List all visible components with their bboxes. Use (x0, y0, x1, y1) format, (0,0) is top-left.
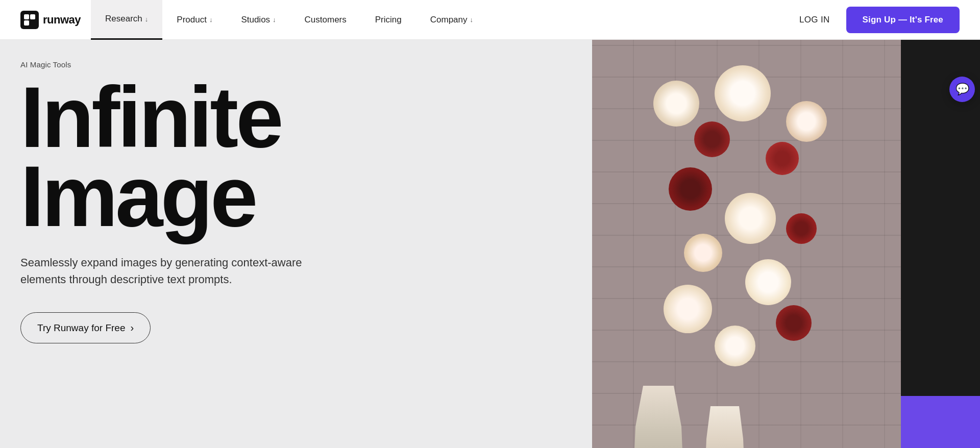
svg-rect-3 (24, 20, 29, 26)
signup-button[interactable]: Sign Up — It's Free (846, 7, 960, 33)
nav-left: runway Research ↓ Product ↓ Studios ↓ (20, 0, 487, 40)
nav-link-customers[interactable]: Customers (290, 0, 361, 40)
hero-image (592, 40, 980, 448)
nav-link-studios[interactable]: Studios ↓ (227, 0, 290, 40)
flower-8 (684, 234, 722, 272)
nav-item-product[interactable]: Product ↓ (162, 0, 227, 40)
flower-6 (669, 167, 712, 211)
flower-9 (745, 259, 791, 305)
nav-link-product[interactable]: Product ↓ (162, 0, 227, 40)
studios-arrow-icon: ↓ (273, 16, 276, 23)
nav-item-studios[interactable]: Studios ↓ (227, 0, 290, 40)
svg-rect-2 (30, 14, 35, 19)
navbar: runway Research ↓ Product ↓ Studios ↓ (0, 0, 980, 40)
hero-title-text: Infinite Image (20, 69, 281, 244)
cta-label: Try Runway for Free (37, 322, 125, 334)
svg-rect-0 (20, 11, 39, 29)
company-arrow-icon: ↓ (470, 16, 474, 23)
nav-item-customers[interactable]: Customers (290, 0, 361, 40)
flower-2 (715, 65, 771, 121)
vase-right (704, 406, 745, 448)
flower-13 (776, 305, 812, 341)
chat-icon: 💬 (955, 83, 969, 96)
nav-link-company[interactable]: Company ↓ (416, 0, 487, 40)
product-arrow-icon: ↓ (209, 16, 213, 23)
hero-image-bg (592, 40, 980, 448)
nav-item-company[interactable]: Company ↓ (416, 0, 487, 40)
nav-link-research[interactable]: Research ↓ (91, 0, 162, 38)
logo-text: runway (43, 13, 81, 27)
flower-12 (715, 326, 755, 366)
nav-links: Research ↓ Product ↓ Studios ↓ Customers (91, 0, 487, 40)
nav-item-research[interactable]: Research ↓ (91, 0, 162, 40)
cta-arrow-icon: › (130, 322, 134, 334)
flower-3 (786, 101, 827, 142)
flower-1 (653, 81, 699, 127)
flower-10 (786, 213, 817, 244)
flower-11 (664, 285, 712, 333)
chat-widget[interactable]: 💬 (949, 77, 975, 102)
nav-right: LOG IN Sign Up — It's Free (799, 7, 960, 33)
hero-title: Infinite Image (20, 78, 531, 236)
nav-link-pricing[interactable]: Pricing (361, 0, 416, 40)
logo[interactable]: runway (20, 11, 81, 29)
flower-4 (694, 121, 730, 157)
flower-7 (725, 193, 776, 244)
cta-button[interactable]: Try Runway for Free › (20, 312, 151, 343)
dark-expanded-panel (901, 40, 980, 448)
main-content: AI Magic Tools Infinite Image Seamlessly… (0, 0, 980, 448)
nav-item-pricing[interactable]: Pricing (361, 0, 416, 40)
hero-subtitle: Seamlessly expand images by generating c… (20, 254, 316, 288)
svg-rect-1 (24, 14, 29, 19)
hero-section: AI Magic Tools Infinite Image Seamlessly… (0, 40, 980, 448)
logo-icon (20, 11, 39, 29)
login-link[interactable]: LOG IN (799, 15, 830, 25)
research-arrow-icon: ↓ (145, 15, 149, 23)
purple-accent (901, 396, 980, 448)
flower-5 (766, 142, 799, 175)
